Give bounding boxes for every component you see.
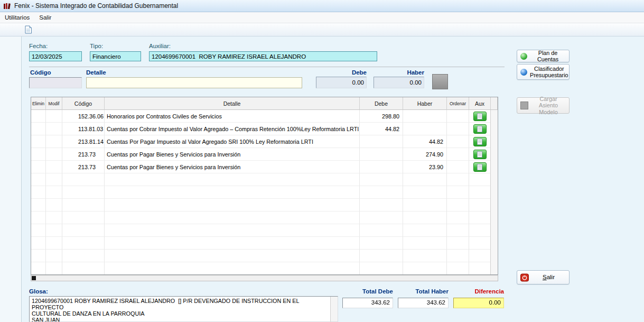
cell-detalle: Cuentas por Pagar Bienes y Servicios par… [105,161,360,173]
cell-detalle: Honorarios por Contratos Civiles de Serv… [105,110,360,123]
left-frame-strip [0,36,22,322]
header-detalle: Detalle [105,97,360,110]
diferencia-label: Diferencia [453,288,504,295]
scrollbar-thumb[interactable] [32,276,36,280]
auxiliar-label: Auxiliar: [149,43,171,49]
header-ordenar: Ordenar [447,97,469,110]
table-empty-row [31,262,498,275]
table-row[interactable]: 213.73 Cuentas por Pagar Bienes y Servic… [31,148,498,161]
glosa-label: Glosa: [29,288,48,295]
menu-utilitarios[interactable]: Utilitarios [0,13,34,22]
aux-button[interactable] [473,124,487,134]
app-window: Fenix - Sistema Integrado de Contabilida… [0,0,644,322]
diferencia-value: 0.00 [453,298,504,308]
cell-haber: 23.90 [403,161,447,173]
tipo-input[interactable] [90,51,141,61]
plan-de-cuentas-button[interactable]: Plan de Cuentas [517,50,570,62]
cell-debe [360,135,403,148]
app-icon [3,2,11,10]
salir-button[interactable]: Salir [517,270,570,284]
cell-haber: 274.90 [403,148,447,161]
auxiliar-input[interactable] [149,51,377,61]
table-empty-row [31,237,498,250]
cell-debe: 44.82 [360,123,403,135]
cell-codigo: 113.81.03 [62,123,105,135]
table-empty-row [31,199,498,211]
table-empty-row [31,173,498,186]
toolbar [0,23,644,36]
aux-button[interactable] [473,162,487,172]
cell-codigo: 213.73 [62,148,105,161]
table-row[interactable]: 113.81.03 Cuentas por Cobrar Impuesto al… [31,123,498,135]
total-debe-value: 343.62 [342,298,393,308]
window-title: Fenix - Sistema Integrado de Contabilida… [14,2,178,10]
cell-debe: 298.80 [360,110,403,123]
cell-codigo: 152.36.06 [62,110,105,123]
header-elimin: Elimin [31,97,46,110]
table-empty-row [31,186,498,199]
entries-table: Elimin Modif Código Detalle Debe Haber O… [31,97,498,275]
gray-square-icon [520,102,528,109]
fecha-input[interactable] [29,51,82,61]
clasificador-presupuestario-button[interactable]: Clasificador Presupuestario [517,64,570,80]
table-row[interactable]: 152.36.06 Honorarios por Contratos Civil… [31,110,498,123]
header-debe: Debe [360,97,403,110]
aux-button[interactable] [473,137,487,146]
table-vertical-scrollbar[interactable] [490,110,498,274]
debe-label: Debe [316,69,367,76]
codigo-input[interactable] [29,77,82,88]
cell-detalle: Cuentas Por Pagar Impuesto al Valor Agre… [105,135,360,148]
codigo-label: Código [30,69,51,76]
cell-haber: 44.82 [403,135,447,148]
total-haber-value: 343.62 [398,298,449,308]
cell-codigo: 213.81.14 [62,135,105,148]
detalle-label: Detalle [86,69,106,76]
header-corner [491,97,498,110]
glosa-textarea[interactable]: 1204699670001 ROBY RAMIREZ ISRAEL ALEJAN… [30,297,331,321]
total-haber-label: Total Haber [398,288,449,295]
aux-button[interactable] [473,150,487,159]
cell-detalle: Cuentas por Pagar Bienes y Servicios par… [105,148,360,161]
cell-detalle: Cuentas por Cobrar Impuesto al Valor Agr… [105,123,360,135]
cell-codigo: 213.73 [62,161,105,173]
header-aux: Aux [469,97,491,110]
haber-label: Haber [374,69,424,76]
menu-salir[interactable]: Salir [34,13,56,22]
cargar-asiento-modelo-button[interactable]: Cargar Asiento Modelo [517,97,570,114]
salir-button-label: Salir [531,274,566,281]
power-icon [520,273,529,282]
title-bar: Fenix - Sistema Integrado de Contabilida… [0,0,644,12]
add-detail-button[interactable] [432,74,448,89]
header-haber: Haber [403,97,447,110]
green-sphere-icon [520,53,527,60]
menu-bar: Utilitarios Salir [0,12,644,23]
tipo-label: Tipo: [90,43,103,49]
header-modif: Modif [46,97,62,110]
separator-line [29,67,505,67]
table-horizontal-scrollbar[interactable] [31,275,498,281]
table-empty-row [31,224,498,237]
fecha-label: Fecha: [29,43,48,49]
new-document-button[interactable] [22,24,34,35]
blue-sphere-icon [520,69,527,76]
new-document-icon [24,25,32,34]
aux-button[interactable] [473,112,487,121]
cell-debe [360,148,403,161]
table-empty-row [31,211,498,224]
glosa-box: 1204699670001 ROBY RAMIREZ ISRAEL ALEJAN… [29,296,338,322]
debe-input[interactable] [316,77,367,88]
table-row[interactable]: 213.81.14 Cuentas Por Pagar Impuesto al … [31,135,498,148]
header-codigo: Código [62,97,105,110]
total-debe-label: Total Debe [342,288,393,295]
glosa-scrollbar[interactable] [330,297,338,321]
cell-haber [403,123,447,135]
table-row[interactable]: 213.73 Cuentas por Pagar Bienes y Servic… [31,161,498,173]
table-empty-row [31,250,498,262]
detalle-input[interactable] [86,77,302,88]
haber-input[interactable] [374,77,424,88]
cell-haber [403,110,447,123]
table-header-row: Elimin Modif Código Detalle Debe Haber O… [31,97,498,110]
cell-debe [360,161,403,173]
